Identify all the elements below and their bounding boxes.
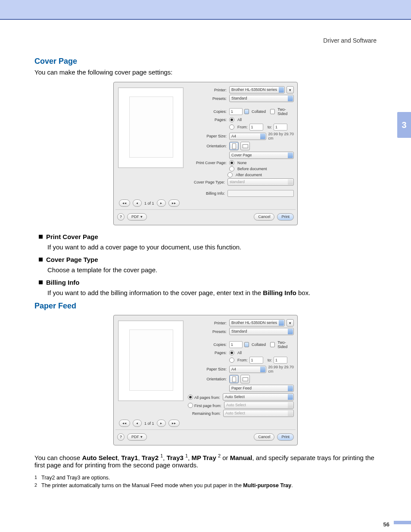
input-copies[interactable]: 1 [229, 108, 243, 115]
footnote-text-1: Tray2 and Tray3 are options. [41, 475, 110, 481]
input-to[interactable]: 1 [274, 357, 287, 364]
label-pages: Pages: [188, 118, 229, 122]
printer-info-button[interactable]: ▾ [286, 319, 294, 327]
nav-prev-button[interactable]: ◂ [133, 420, 142, 427]
paper-feed-description: You can choose Auto Select, Tray1, Tray2… [34, 453, 377, 469]
item-title-print-cover-page: Print Cover Page [46, 233, 98, 240]
help-button[interactable]: ? [117, 213, 125, 221]
label-collated: Collated [252, 342, 266, 347]
label-to: to: [268, 125, 272, 129]
item-desc-cover-page-type: Choose a template for the cover page. [47, 266, 377, 274]
label-printer: Printer: [188, 321, 229, 325]
printer-info-button[interactable]: ▾ [286, 86, 294, 93]
bullet-icon [39, 258, 43, 261]
label-remaining-from: Remaining from: [192, 411, 221, 416]
footnote-text-2: The printer automatically turns on the M… [41, 482, 293, 488]
label-orientation: Orientation: [188, 377, 229, 381]
chapter-tab: 3 [397, 112, 411, 138]
radio-first-page-from[interactable] [188, 403, 193, 408]
cover-page-lead: You can make the following cover page se… [34, 68, 377, 76]
checkbox-collated[interactable] [244, 109, 249, 114]
radio-pcp-none[interactable] [229, 160, 234, 165]
text-dims: 20.99 by 29.70 cm [268, 132, 294, 140]
nav-count: 1 of 1 [144, 421, 154, 426]
radio-pages-all[interactable] [229, 350, 234, 355]
dropdown-all-pages-from[interactable]: Auto Select [223, 393, 294, 401]
footnote-ref-1: 1 [34, 475, 41, 480]
checkbox-collated[interactable] [244, 342, 249, 347]
print-button[interactable]: Print [277, 433, 294, 441]
page-number: 56 [383, 521, 389, 528]
item-desc-print-cover-page: If you want to add a cover page to your … [47, 243, 377, 251]
dropdown-section[interactable]: Cover Page [229, 152, 294, 159]
label-pcp-before: Before document [237, 167, 267, 171]
label-presets: Presets: [188, 330, 229, 334]
nav-next-button[interactable]: ▸ [157, 420, 166, 427]
label-copies: Copies: [188, 109, 229, 114]
orientation-landscape[interactable] [240, 375, 250, 383]
heading-cover-page: Cover Page [34, 57, 377, 66]
dropdown-cover-page-type: standard [227, 178, 294, 186]
nav-next-button[interactable]: ▸ [157, 199, 166, 207]
pdf-button[interactable]: PDF ▾ [127, 213, 147, 221]
top-accent-band [0, 0, 411, 20]
input-from[interactable]: 1 [249, 124, 263, 131]
radio-all-pages-from[interactable] [188, 395, 193, 400]
label-twosided: Two-Sided [277, 107, 294, 116]
dropdown-papersize[interactable]: A4 [229, 133, 266, 140]
label-to: to: [268, 358, 272, 362]
cancel-button[interactable]: Cancel [254, 213, 274, 221]
orientation-portrait[interactable] [229, 142, 239, 150]
help-button[interactable]: ? [117, 433, 125, 441]
input-copies[interactable]: 1 [229, 341, 243, 348]
nav-first-button[interactable]: ◂◂ [119, 420, 130, 427]
label-copies: Copies: [188, 342, 229, 347]
orientation-landscape[interactable] [240, 142, 250, 150]
pdf-button[interactable]: PDF ▾ [127, 433, 147, 441]
dropdown-printer[interactable]: Brother HL-5350DN series [229, 86, 285, 93]
input-to[interactable]: 1 [274, 124, 287, 131]
input-billing-info [227, 190, 294, 197]
dropdown-first-page-from: Auto Select [224, 401, 294, 409]
label-first-page-from: First page from: [194, 404, 221, 408]
radio-pages-from[interactable] [229, 124, 234, 130]
nav-prev-button[interactable]: ◂ [133, 199, 142, 207]
radio-pages-all[interactable] [229, 117, 234, 122]
text-dims: 20.99 by 29.70 cm [268, 365, 294, 373]
input-from[interactable]: 1 [249, 357, 263, 364]
page-number-accent [394, 521, 411, 524]
label-twosided: Two-Sided [277, 340, 294, 349]
nav-count: 1 of 1 [144, 201, 154, 205]
label-cover-page-type: Cover Page Type: [186, 180, 227, 184]
checkbox-twosided[interactable] [270, 342, 275, 347]
label-pages-all: All [237, 351, 242, 355]
cancel-button[interactable]: Cancel [254, 433, 274, 441]
nav-first-button[interactable]: ◂◂ [119, 199, 130, 207]
label-all-pages-from: All pages from: [194, 395, 220, 400]
item-title-cover-page-type: Cover Page Type [46, 256, 98, 263]
label-printer: Printer: [188, 88, 229, 92]
label-from: From: [237, 125, 248, 129]
label-pcp-after: After document [236, 173, 262, 177]
orientation-portrait[interactable] [229, 375, 239, 383]
dropdown-papersize[interactable]: A4 [229, 366, 266, 373]
dropdown-presets[interactable]: Standard [229, 328, 294, 335]
nav-last-button[interactable]: ▸▸ [168, 199, 180, 207]
preview-pane [118, 320, 184, 401]
nav-last-button[interactable]: ▸▸ [168, 420, 180, 427]
screenshot-cover-page-dialog: Printer:Brother HL-5350DN series▾ Preset… [113, 82, 298, 225]
radio-pages-from[interactable] [229, 358, 234, 363]
radio-pcp-after[interactable] [227, 172, 233, 177]
print-button[interactable]: Print [277, 213, 294, 221]
checkbox-twosided[interactable] [270, 109, 275, 114]
label-pages: Pages: [188, 351, 229, 355]
dropdown-printer[interactable]: Brother HL-5350DN series [229, 319, 285, 327]
dropdown-presets[interactable]: Standard [229, 95, 294, 102]
bullet-icon [39, 235, 43, 239]
label-print-cover-page: Print Cover Page: [188, 161, 229, 165]
dropdown-section[interactable]: Paper Feed [229, 385, 294, 392]
screenshot-paper-feed-dialog: Printer:Brother HL-5350DN series▾ Preset… [113, 315, 298, 445]
label-pcp-none: None [237, 161, 247, 165]
header-section-name: Driver and Software [34, 37, 377, 44]
radio-pcp-before[interactable] [229, 166, 234, 171]
